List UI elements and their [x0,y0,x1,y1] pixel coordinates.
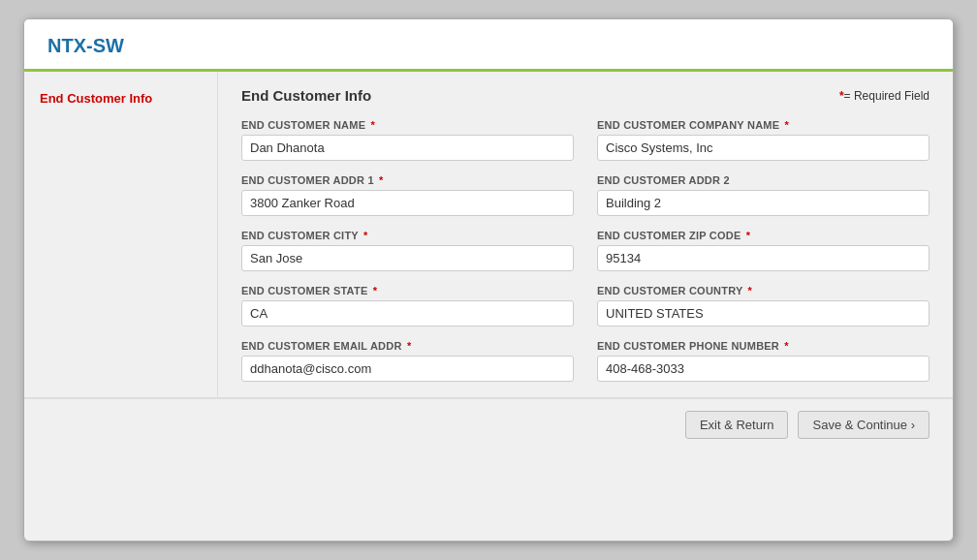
input-end-customer-addr1[interactable] [241,190,574,216]
app-title: NTX-SW [47,35,930,69]
input-end-customer-city[interactable] [241,245,574,271]
label-end-customer-name: END CUSTOMER NAME * [241,119,574,131]
field-end-customer-state: END CUSTOMER STATE * [241,285,574,327]
header: NTX-SW [24,19,953,72]
sidebar: End Customer Info [24,72,218,397]
label-end-customer-city: END CUSTOMER CITY * [241,230,574,241]
input-end-customer-phone[interactable] [597,356,930,382]
save-continue-button[interactable]: Save & Continue › [798,411,930,439]
label-end-customer-email: END CUSTOMER EMAIL ADDR * [241,340,574,352]
input-end-customer-email[interactable] [241,356,574,382]
field-end-customer-company-name: END CUSTOMER COMPANY NAME * [597,119,930,161]
required-note: *= Required Field [839,89,930,103]
sidebar-item-end-customer-info[interactable]: End Customer Info [40,91,202,106]
field-end-customer-addr2: END CUSTOMER ADDR 2 [597,174,930,216]
input-end-customer-zip[interactable] [597,245,930,271]
field-end-customer-phone: END CUSTOMER PHONE NUMBER * [597,340,930,382]
footer: Exit & Return Save & Continue › [24,398,953,451]
section-title: End Customer Info [241,87,371,104]
field-end-customer-city: END CUSTOMER CITY * [241,230,574,271]
form-grid: END CUSTOMER NAME * END CUSTOMER COMPANY… [241,119,930,382]
main-window: NTX-SW End Customer Info End Customer In… [23,18,954,542]
label-end-customer-country: END CUSTOMER COUNTRY * [597,285,930,296]
label-end-customer-zip: END CUSTOMER ZIP CODE * [597,230,930,241]
field-end-customer-addr1: END CUSTOMER ADDR 1 * [241,174,574,216]
input-end-customer-company-name[interactable] [597,135,930,161]
input-end-customer-state[interactable] [241,300,574,327]
section-header: End Customer Info *= Required Field [241,87,930,104]
exit-return-button[interactable]: Exit & Return [685,411,789,439]
field-end-customer-zip: END CUSTOMER ZIP CODE * [597,230,930,271]
input-end-customer-addr2[interactable] [597,190,930,216]
label-end-customer-company-name: END CUSTOMER COMPANY NAME * [597,119,930,131]
field-end-customer-country: END CUSTOMER COUNTRY * [597,285,930,327]
field-end-customer-email: END CUSTOMER EMAIL ADDR * [241,340,574,382]
input-end-customer-name[interactable] [241,135,574,161]
main-content: End Customer Info *= Required Field END … [218,72,953,397]
content-area: End Customer Info End Customer Info *= R… [24,72,953,397]
field-end-customer-name: END CUSTOMER NAME * [241,119,574,161]
label-end-customer-addr1: END CUSTOMER ADDR 1 * [241,174,574,186]
input-end-customer-country[interactable] [597,300,930,327]
label-end-customer-addr2: END CUSTOMER ADDR 2 [597,174,930,186]
label-end-customer-phone: END CUSTOMER PHONE NUMBER * [597,340,930,352]
label-end-customer-state: END CUSTOMER STATE * [241,285,574,296]
